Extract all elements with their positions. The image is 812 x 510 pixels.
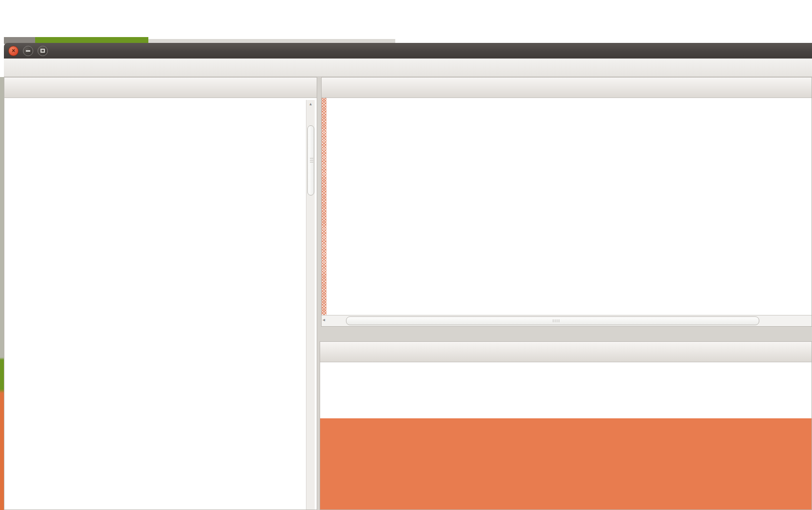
hscrollbar-thumb[interactable] [346,316,759,325]
background-strip-light [148,39,395,43]
console-tabbar [320,342,812,362]
main-toolbar [4,59,812,77]
console-error-selection [320,418,812,510]
project-explorer-tabbar [4,78,317,98]
screen: { "accent": {"green": "#76a820", "consol… [0,0,812,510]
desktop-edge [0,77,4,510]
scroll-up-icon[interactable]: ▲ [306,100,315,108]
scroll-left-icon[interactable]: ◂ [323,317,325,322]
project-explorer-tree[interactable] [4,98,317,510]
editor-hscrollbar[interactable]: ◂ [322,315,812,326]
editor-tabbar [322,78,812,98]
project-explorer-panel: ▲ [4,77,317,510]
scrollbar-thumb[interactable] [307,125,314,196]
window-maximize-button[interactable] [38,46,48,56]
window-minimize-button[interactable] [23,46,33,56]
console-output[interactable] [320,362,812,510]
editor-gutter [322,98,326,315]
window-titlebar: × [4,43,812,59]
browser-menubar [0,0,812,22]
window-close-button[interactable]: × [8,46,19,56]
workbench: ▲ ◂ [4,77,812,510]
console-panel [320,341,812,510]
project-explorer-scrollbar[interactable]: ▲ [306,100,315,510]
editor-panel: ◂ [321,77,812,327]
code-editor[interactable] [322,98,812,315]
